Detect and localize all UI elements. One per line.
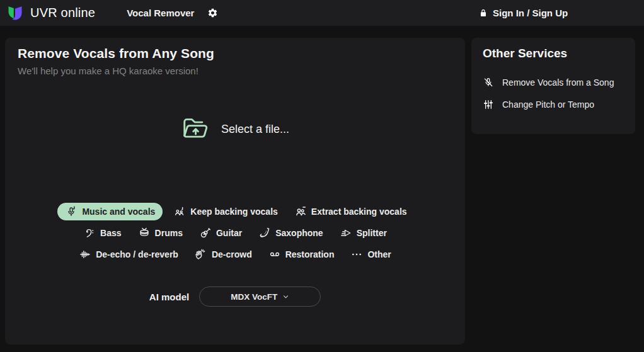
chevron-down-icon [282, 293, 289, 300]
uvr-logo-icon [6, 4, 24, 23]
mic-off-icon [483, 77, 494, 88]
chip-music-and-vocals[interactable]: Music and vocals [57, 203, 163, 220]
chip-label: Saxophone [275, 228, 323, 238]
ai-model-label: AI model [149, 292, 189, 302]
mic-music-icon [65, 205, 78, 218]
file-select-button[interactable]: Select a file... [5, 115, 465, 144]
signin-label: Sign In / Sign Up [493, 8, 568, 18]
signin-button[interactable]: Sign In / Sign Up [479, 0, 568, 26]
lock-icon [479, 9, 488, 18]
folder-upload-icon [181, 115, 210, 144]
chip-label: Splitter [357, 228, 387, 238]
people-minus-icon [294, 205, 307, 218]
ai-model-select[interactable]: MDX VocFT [199, 287, 321, 307]
clap-icon [195, 248, 207, 261]
chip-de-crowd[interactable]: De-crowd [189, 246, 258, 263]
service-remove-vocals-from-a-song[interactable]: Remove Vocals from a Song [483, 77, 614, 88]
other-services-panel: Other Services Remove Vocals from a Song… [471, 38, 635, 134]
people-note-icon [173, 205, 186, 218]
chip-other[interactable]: Other [345, 246, 396, 263]
chip-label: Extract backing vocals [311, 207, 407, 217]
services-list: Remove Vocals from a SongChange Pitch or… [483, 77, 614, 110]
drum-icon [138, 227, 151, 239]
chip-guitar[interactable]: Guitar [193, 224, 248, 242]
home-link[interactable]: UVR online [6, 4, 95, 23]
chip-label: Bass [100, 228, 121, 238]
chip-bass[interactable]: Bass [78, 224, 127, 242]
waveform-icon [79, 248, 91, 261]
page-subtitle: We'll help you make a HQ karaoke version… [18, 65, 198, 76]
chip-row: BassDrumsGuitarSaxophoneSplitter [5, 224, 465, 242]
chip-label: Drums [155, 228, 183, 238]
sliders-icon [483, 99, 494, 110]
chip-label: Keep backing vocals [190, 207, 278, 217]
ellipsis-icon [350, 248, 363, 261]
file-select-label: Select a file... [221, 123, 289, 136]
bass-clef-icon [83, 227, 96, 239]
chip-splitter[interactable]: Splitter [334, 224, 393, 242]
sidebar-title: Other Services [483, 47, 567, 60]
saxophone-icon [258, 227, 271, 239]
settings-gear-icon[interactable] [207, 8, 218, 18]
chip-de-echo-de-reverb[interactable]: De-echo / de-reverb [73, 246, 184, 263]
service-label: Change Pitch or Tempo [502, 99, 594, 110]
chip-extract-backing-vocals[interactable]: Extract backing vocals [289, 203, 413, 220]
chip-label: Other [367, 249, 391, 259]
guitar-icon [199, 227, 212, 239]
stem-chips: Music and vocalsKeep backing vocalsExtra… [5, 203, 465, 267]
header: UVR online Vocal Remover Sign In / Sign … [0, 0, 644, 26]
page-title: Remove Vocals from Any Song [18, 46, 214, 61]
chip-row: Music and vocalsKeep backing vocalsExtra… [5, 203, 465, 220]
ai-model-value: MDX VocFT [231, 292, 277, 302]
ai-model-row: AI model MDX VocFT [5, 287, 465, 307]
splitter-icon [340, 227, 352, 239]
chip-restoration[interactable]: Restoration [263, 246, 340, 263]
chip-drums[interactable]: Drums [132, 224, 188, 242]
chip-label: Guitar [216, 228, 242, 238]
chip-row: De-echo / de-reverbDe-crowdRestorationOt… [5, 246, 465, 263]
chip-saxophone[interactable]: Saxophone [253, 224, 328, 242]
chip-keep-backing-vocals[interactable]: Keep backing vocals [168, 203, 284, 220]
service-change-pitch-or-tempo[interactable]: Change Pitch or Tempo [483, 99, 614, 110]
vocal-remover-panel: Remove Vocals from Any Song We'll help y… [5, 38, 465, 344]
nav-item-vocal-remover[interactable]: Vocal Remover [127, 8, 194, 18]
chip-label: De-echo / de-reverb [96, 249, 178, 259]
chip-label: Restoration [285, 249, 335, 259]
brand-title: UVR online [30, 6, 95, 20]
tape-icon [268, 248, 281, 261]
chip-label: Music and vocals [82, 207, 155, 217]
chip-label: De-crowd [212, 249, 252, 259]
service-label: Remove Vocals from a Song [502, 77, 614, 88]
